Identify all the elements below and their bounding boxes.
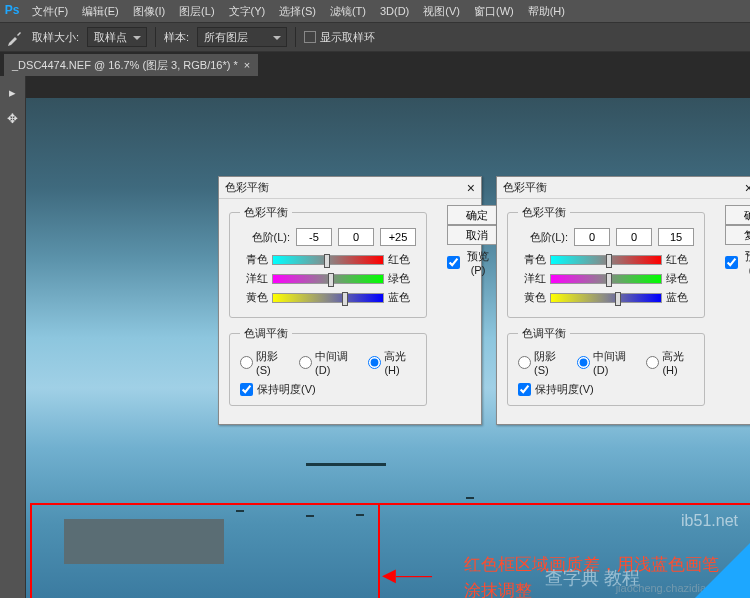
dialog-title: 色彩平衡 bbox=[225, 180, 269, 195]
show-ring-checkbox[interactable] bbox=[304, 31, 316, 43]
sample-size-dropdown[interactable]: 取样点 bbox=[87, 27, 147, 47]
document-tab[interactable]: _DSC4474.NEF @ 16.7% (图层 3, RGB/16*) * × bbox=[4, 54, 258, 76]
menu-edit[interactable]: 编辑(E) bbox=[76, 1, 125, 22]
document-tab-title: _DSC4474.NEF @ 16.7% (图层 3, RGB/16*) * bbox=[12, 58, 238, 73]
shadows-radio[interactable]: 阴影(S) bbox=[240, 349, 287, 376]
slider-right-red: 红色 bbox=[388, 252, 416, 267]
level-input-1[interactable] bbox=[296, 228, 332, 246]
show-ring-label: 显示取样环 bbox=[320, 30, 375, 45]
menu-type[interactable]: 文字(Y) bbox=[223, 1, 272, 22]
highlights-radio[interactable]: 高光(H) bbox=[646, 349, 694, 376]
slider-right-blue: 蓝色 bbox=[388, 290, 416, 305]
canvas[interactable]: ◀—— 红色框区域画质差，用浅蓝色画笔 涂抹调整 ib51.net 查字典 教程… bbox=[26, 76, 750, 598]
dialog-titlebar[interactable]: 色彩平衡 × bbox=[219, 177, 481, 199]
close-icon[interactable]: × bbox=[467, 180, 475, 196]
level-label: 色阶(L): bbox=[240, 230, 290, 245]
radio-label: 高光(H) bbox=[662, 349, 694, 376]
slider-cyan-red[interactable] bbox=[550, 255, 662, 265]
menu-3d[interactable]: 3D(D) bbox=[374, 2, 415, 20]
checkbox-input[interactable] bbox=[518, 383, 531, 396]
checkbox-input[interactable] bbox=[240, 383, 253, 396]
slider-magenta-green[interactable] bbox=[272, 274, 384, 284]
document-tab-bar: _DSC4474.NEF @ 16.7% (图层 3, RGB/16*) * × bbox=[0, 52, 750, 76]
slider-left-yellow: 黄色 bbox=[240, 290, 268, 305]
slider-yellow-blue[interactable] bbox=[272, 293, 384, 303]
menu-view[interactable]: 视图(V) bbox=[417, 1, 466, 22]
radio-label: 阴影(S) bbox=[534, 349, 565, 376]
tool-arrow-icon[interactable]: ▸ bbox=[3, 82, 23, 102]
level-input-1[interactable] bbox=[574, 228, 610, 246]
midtones-radio[interactable]: 中间调(D) bbox=[299, 349, 356, 376]
highlights-radio[interactable]: 高光(H) bbox=[368, 349, 416, 376]
close-icon[interactable]: × bbox=[244, 59, 250, 71]
radio-input[interactable] bbox=[240, 356, 253, 369]
radio-input[interactable] bbox=[646, 356, 659, 369]
slider-left-magenta: 洋红 bbox=[518, 271, 546, 286]
tone-balance-group: 色调平衡 阴影(S) 中间调(D) 高光(H) 保持明度(V) bbox=[229, 326, 427, 406]
preview-label: 预览(P) bbox=[463, 249, 493, 276]
dialog-title: 色彩平衡 bbox=[503, 180, 547, 195]
radio-input[interactable] bbox=[368, 356, 381, 369]
close-icon[interactable]: × bbox=[745, 180, 750, 196]
radio-label: 中间调(D) bbox=[593, 349, 634, 376]
menu-file[interactable]: 文件(F) bbox=[26, 1, 74, 22]
menu-window[interactable]: 窗口(W) bbox=[468, 1, 520, 22]
dialog-titlebar[interactable]: 色彩平衡 × bbox=[497, 177, 750, 199]
checkbox-label: 保持明度(V) bbox=[257, 382, 316, 397]
shadows-radio[interactable]: 阴影(S) bbox=[518, 349, 565, 376]
level-input-2[interactable] bbox=[616, 228, 652, 246]
bird-shape bbox=[546, 503, 554, 505]
preserve-luminosity[interactable]: 保持明度(V) bbox=[240, 382, 416, 397]
group-label: 色彩平衡 bbox=[240, 205, 292, 220]
menu-help[interactable]: 帮助(H) bbox=[522, 1, 571, 22]
tool-move-icon[interactable]: ✥ bbox=[3, 108, 23, 128]
slider-yellow-blue[interactable] bbox=[550, 293, 662, 303]
color-balance-group: 色彩平衡 色阶(L): 青色红色 洋红绿色 黄色蓝色 bbox=[507, 205, 705, 318]
color-balance-dialog-2: 色彩平衡 × 色彩平衡 色阶(L): 青色红色 洋红绿色 bbox=[496, 176, 750, 425]
menu-filter[interactable]: 滤镜(T) bbox=[324, 1, 372, 22]
reset-button[interactable]: 复位 bbox=[725, 225, 750, 245]
color-balance-group: 色彩平衡 色阶(L): 青色红色 洋红绿色 黄色蓝色 bbox=[229, 205, 427, 318]
checkbox-label: 保持明度(V) bbox=[535, 382, 594, 397]
tone-balance-group: 色调平衡 阴影(S) 中间调(D) 高光(H) 保持明度(V) bbox=[507, 326, 705, 406]
sample-label: 样本: bbox=[164, 30, 189, 45]
slider-right-red: 红色 bbox=[666, 252, 694, 267]
group-label: 色调平衡 bbox=[518, 326, 570, 341]
annotation-arrow-icon: ◀—— bbox=[382, 564, 432, 586]
radio-label: 高光(H) bbox=[384, 349, 416, 376]
radio-input[interactable] bbox=[577, 356, 590, 369]
preserve-luminosity[interactable]: 保持明度(V) bbox=[518, 382, 694, 397]
menu-select[interactable]: 选择(S) bbox=[273, 1, 322, 22]
color-balance-dialog-1: 色彩平衡 × 色彩平衡 色阶(L): 青色红色 洋红绿色 bbox=[218, 176, 482, 425]
sample-size-label: 取样大小: bbox=[32, 30, 79, 45]
preview-checkbox[interactable] bbox=[725, 256, 738, 269]
work-area: ▸ ✥ ◀—— 红色框区域画质差，用浅蓝色画笔 涂抹调整 ib51.net 查字… bbox=[0, 76, 750, 598]
show-ring-option[interactable]: 显示取样环 bbox=[304, 30, 375, 45]
radio-input[interactable] bbox=[518, 356, 531, 369]
radio-label: 阴影(S) bbox=[256, 349, 287, 376]
masked-region bbox=[64, 519, 224, 564]
eyedropper-icon[interactable] bbox=[6, 28, 24, 46]
watermark: ib51.net bbox=[681, 512, 738, 530]
group-label: 色彩平衡 bbox=[518, 205, 570, 220]
radio-input[interactable] bbox=[299, 356, 312, 369]
sample-dropdown[interactable]: 所有图层 bbox=[197, 27, 287, 47]
level-input-3[interactable] bbox=[380, 228, 416, 246]
bird-shape bbox=[356, 514, 364, 516]
slider-magenta-green[interactable] bbox=[550, 274, 662, 284]
slider-cyan-red[interactable] bbox=[272, 255, 384, 265]
preview-checkbox[interactable] bbox=[447, 256, 460, 269]
sample-size-value: 取样点 bbox=[94, 30, 127, 45]
midtones-radio[interactable]: 中间调(D) bbox=[577, 349, 634, 376]
separator bbox=[155, 27, 156, 47]
slider-right-green: 绿色 bbox=[666, 271, 694, 286]
level-input-2[interactable] bbox=[338, 228, 374, 246]
slider-right-green: 绿色 bbox=[388, 271, 416, 286]
bird-shape bbox=[236, 510, 244, 512]
slider-right-blue: 蓝色 bbox=[666, 290, 694, 305]
ok-button[interactable]: 确定 bbox=[725, 205, 750, 225]
menu-image[interactable]: 图像(I) bbox=[127, 1, 171, 22]
slider-left-magenta: 洋红 bbox=[240, 271, 268, 286]
level-input-3[interactable] bbox=[658, 228, 694, 246]
menu-layer[interactable]: 图层(L) bbox=[173, 1, 220, 22]
